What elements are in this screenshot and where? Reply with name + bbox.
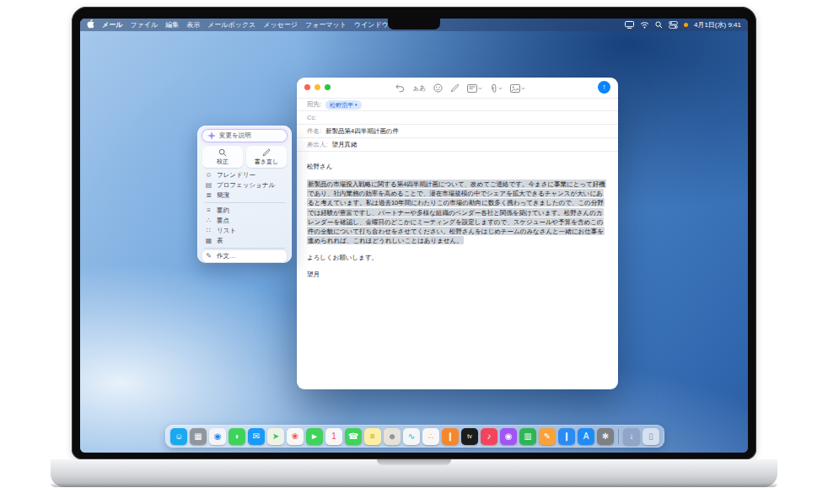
send-button[interactable]: ↑ <box>598 81 610 94</box>
list-icon: ∷ <box>205 228 212 234</box>
window-titlebar[interactable]: ぁあ <box>297 78 618 98</box>
dock-mail-icon[interactable]: ✉ <box>248 428 265 445</box>
table-icon: ▦ <box>205 238 212 244</box>
menu-item-6[interactable]: メッセージ <box>263 20 298 29</box>
chevron-down-icon <box>498 87 503 90</box>
transform-option[interactable]: ≡要約 <box>202 206 287 216</box>
menu-item-1[interactable]: メール <box>102 20 122 29</box>
tone-option[interactable]: ▤プロフェッショナル <box>202 180 287 190</box>
header-fields-icon <box>467 84 477 93</box>
dock-tv-icon[interactable]: tv <box>461 428 478 445</box>
transform-label: リスト <box>217 227 236 235</box>
dock-notes-icon[interactable]: ≡ <box>364 428 381 445</box>
transform-option[interactable]: ▦表 <box>202 236 287 246</box>
compose-toolbar: ぁあ <box>395 82 525 94</box>
dock-launchpad-icon[interactable]: ▦ <box>190 428 207 445</box>
rewrite-button[interactable]: 書き直し <box>246 146 287 168</box>
camera-notch <box>388 19 440 29</box>
dock-reminders-icon[interactable]: ∴ <box>422 428 439 445</box>
window-controls <box>304 84 331 90</box>
to-field[interactable]: 宛先: 松野浩平 ▾ <box>297 98 618 111</box>
dock-divider <box>618 429 619 444</box>
dock-downloads-icon[interactable]: ↓ <box>623 428 640 445</box>
menu-item-7[interactable]: フォーマット <box>305 20 347 29</box>
macbook-base <box>51 459 777 487</box>
minimize-button[interactable] <box>315 84 320 90</box>
highlighted-text[interactable]: 新製品の市場投入戦略に関する第4四半期計画について、改めてご連絡です。今まさに事… <box>307 180 606 245</box>
menu-item-3[interactable]: 編集 <box>165 20 179 29</box>
dock-facetime-icon[interactable]: ► <box>306 428 323 445</box>
screen-mirroring-icon[interactable] <box>625 21 634 29</box>
dock-app-store-icon[interactable]: A <box>578 428 594 445</box>
summary-icon: ≡ <box>205 207 212 214</box>
message-body[interactable]: 松野さん 新製品の市場投入戦略に関する第4四半期計画について、改めてご連絡です。… <box>297 152 618 298</box>
proofread-button[interactable]: 校正 <box>202 146 243 168</box>
body-signature: 望月 <box>307 270 608 279</box>
chevron-down-icon <box>521 87 525 90</box>
menu-item-4[interactable]: 表示 <box>186 20 200 29</box>
tone-label: フレンドリー <box>217 171 255 180</box>
compose-option[interactable]: ✎ 作文… <box>202 250 287 262</box>
dock-podcasts-icon[interactable]: ◉ <box>500 428 517 445</box>
writing-tools-transforms: ≡要約∴要点∷リスト▦表 <box>202 206 287 246</box>
body-highlighted-paragraph: 新製品の市場投入戦略に関する第4四半期計画について、改めてご連絡です。今まさに事… <box>307 179 608 245</box>
close-button[interactable] <box>304 84 310 90</box>
dock-phone-icon[interactable]: ☎ <box>345 428 362 445</box>
menu-item-2[interactable]: ファイル <box>130 20 158 29</box>
tone-option[interactable]: ☺フレンドリー <box>202 170 287 180</box>
dock-calendar-icon[interactable]: 1 <box>325 428 342 445</box>
zoom-button[interactable] <box>325 84 331 90</box>
dock-maps-icon[interactable]: ➤ <box>267 428 284 445</box>
photo-icon <box>510 84 520 93</box>
undo-icon[interactable] <box>395 81 405 96</box>
apple-menu-icon[interactable] <box>87 19 94 30</box>
emoji-icon[interactable] <box>433 81 443 96</box>
sparkle-icon <box>207 131 216 140</box>
transform-option[interactable]: ∴要点 <box>202 216 287 226</box>
dock-photos-icon[interactable]: ❀ <box>287 428 304 445</box>
dock-finder-icon[interactable]: ☺ <box>170 428 187 445</box>
dock-messages-icon[interactable]: ◗ <box>229 428 245 445</box>
wifi-icon[interactable] <box>640 21 649 29</box>
menu-item-8[interactable]: ウインドウ <box>354 20 389 29</box>
dock-books-icon[interactable]: ❙ <box>442 428 459 445</box>
dock-safari-icon[interactable]: ◉ <box>209 428 226 445</box>
from-field[interactable]: 差出人: 望月真緒 <box>297 138 618 152</box>
control-center-icon[interactable] <box>669 21 678 29</box>
body-closing: よろしくお願いします。 <box>307 253 608 262</box>
text-style-icon[interactable]: ぁあ <box>412 85 426 92</box>
cc-field[interactable]: Cc: <box>297 111 618 125</box>
photo-menu[interactable] <box>510 84 525 93</box>
recipient-token[interactable]: 松野浩平 ▾ <box>325 100 362 110</box>
writing-tools-panel: 変更を説明 校正 書き直し ☺フレンドリー▤プロフェッショナル≣簡潔 ≡要約∴要… <box>197 126 292 263</box>
tone-option[interactable]: ≣簡潔 <box>202 190 287 201</box>
header-fields-menu[interactable] <box>467 84 482 93</box>
dock-settings-icon[interactable]: ✱ <box>597 428 614 445</box>
menu-item-5[interactable]: メールボックス <box>207 20 255 29</box>
attach-menu[interactable] <box>490 83 503 94</box>
compose-label: 作文… <box>217 252 236 260</box>
menubar-clock[interactable]: 4月1日(水) 9:41 <box>694 20 741 29</box>
subject-value: 新製品第4四半期計画の件 <box>325 127 399 136</box>
describe-changes-button[interactable]: 変更を説明 <box>202 130 287 142</box>
from-label: 差出人: <box>307 141 328 149</box>
dock-pages-icon[interactable]: ✎ <box>539 428 556 445</box>
rewrite-icon <box>262 148 271 157</box>
dock-numbers-icon[interactable]: ▥ <box>519 428 536 445</box>
rewrite-label: 書き直し <box>255 158 278 166</box>
chevron-down-icon <box>478 87 482 90</box>
dock-music-icon[interactable]: ♪ <box>481 428 497 445</box>
search-icon[interactable] <box>655 21 663 29</box>
dock-trash-icon[interactable]: ▯ <box>643 428 659 445</box>
markup-icon[interactable] <box>450 81 460 96</box>
mail-compose-window: ぁあ <box>297 78 618 389</box>
dock-keynote-icon[interactable]: ❙ <box>558 428 575 445</box>
divider <box>204 202 285 203</box>
subject-field[interactable]: 件名: 新製品第4四半期計画の件 <box>297 125 618 138</box>
dock-contacts-icon[interactable]: ☻ <box>384 428 401 445</box>
attach-icon <box>490 83 497 94</box>
transform-option[interactable]: ∷リスト <box>202 226 287 236</box>
compose-header-fields: 宛先: 松野浩平 ▾ Cc: 件名: 新製品第4四半期計画の件 <box>297 98 618 152</box>
writing-tools-tones: ☺フレンドリー▤プロフェッショナル≣簡潔 <box>202 170 287 201</box>
dock-freeform-icon[interactable]: ∿ <box>403 428 420 445</box>
